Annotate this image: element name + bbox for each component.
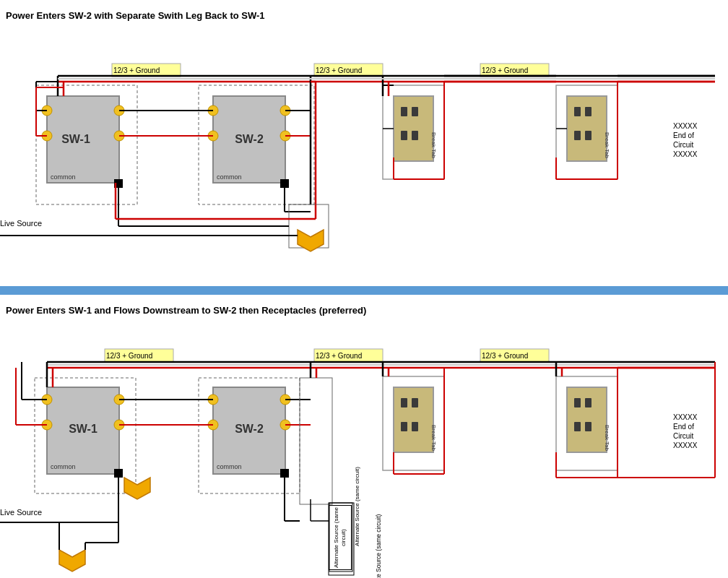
diagram-canvas-1: 12/3 + Ground 12/3 + Ground 12/3 + Groun… — [0, 24, 728, 280]
svg-rect-147 — [412, 398, 418, 407]
svg-text:Live Source: Live Source — [0, 508, 42, 517]
svg-rect-146 — [401, 398, 407, 407]
svg-rect-58 — [567, 96, 607, 161]
svg-text:common: common — [217, 463, 242, 470]
svg-text:12/3 + Ground: 12/3 + Ground — [482, 66, 528, 74]
svg-rect-54 — [401, 131, 407, 140]
svg-text:XXXXX: XXXXX — [673, 122, 698, 130]
section-divider — [0, 286, 728, 295]
svg-text:Break Tab: Break Tab — [430, 425, 437, 451]
svg-text:Circuit: Circuit — [673, 141, 694, 149]
svg-rect-55 — [412, 131, 418, 140]
svg-text:Alternate Source (same circuit: Alternate Source (same circuit) — [375, 514, 382, 578]
svg-text:Live Source: Live Source — [0, 219, 42, 228]
svg-text:Alternate Source (same circuit: Alternate Source (same circuit) — [354, 467, 360, 546]
svg-rect-152 — [567, 387, 607, 452]
svg-text:SW-2: SW-2 — [235, 423, 264, 435]
wiring-diagram-2: 12/3 + Ground 12/3 + Ground 12/3 + Groun… — [0, 319, 728, 578]
svg-text:Circuit: Circuit — [673, 432, 694, 440]
svg-text:End of: End of — [673, 131, 694, 139]
svg-rect-154 — [585, 398, 592, 407]
alt-source-label: Alternate Source (same circuit) — [333, 506, 348, 569]
svg-rect-60 — [585, 107, 592, 116]
svg-text:common: common — [51, 173, 76, 181]
svg-text:XXXXX: XXXXX — [673, 441, 698, 449]
svg-rect-61 — [574, 131, 581, 140]
svg-text:XXXXX: XXXXX — [673, 413, 698, 421]
svg-text:12/3 + Ground: 12/3 + Ground — [482, 352, 528, 360]
svg-rect-129 — [300, 378, 332, 504]
svg-rect-59 — [574, 107, 581, 116]
svg-text:End of: End of — [673, 423, 694, 431]
svg-text:SW-2: SW-2 — [235, 133, 264, 145]
svg-text:12/3 + Ground: 12/3 + Ground — [106, 352, 152, 360]
svg-text:12/3 + Ground: 12/3 + Ground — [316, 66, 362, 74]
diagram-canvas-2: 12/3 + Ground 12/3 + Ground 12/3 + Groun… — [0, 319, 728, 578]
svg-rect-148 — [401, 422, 407, 431]
svg-marker-135 — [124, 478, 150, 499]
svg-text:Break Tab: Break Tab — [604, 132, 610, 158]
section-2-title: Power Enters SW-1 and Flows Downstream t… — [0, 301, 728, 319]
svg-text:Break Tab: Break Tab — [604, 425, 610, 451]
svg-rect-155 — [574, 422, 581, 431]
svg-rect-145 — [394, 387, 433, 452]
svg-rect-53 — [412, 107, 418, 116]
svg-rect-51 — [394, 96, 433, 161]
svg-text:12/3 + Ground: 12/3 + Ground — [316, 352, 362, 360]
section-1-title: Power Enters SW-2 with Separate Swith Le… — [0, 6, 728, 24]
svg-rect-62 — [585, 131, 592, 140]
diagram-container: Power Enters SW-2 with Separate Swith Le… — [0, 0, 728, 578]
diagram-section-1: Power Enters SW-2 with Separate Swith Le… — [0, 0, 728, 286]
svg-text:12/3 + Ground: 12/3 + Ground — [113, 66, 160, 74]
svg-text:common: common — [51, 463, 76, 470]
wiring-diagram-1: 12/3 + Ground 12/3 + Ground 12/3 + Groun… — [0, 24, 728, 280]
svg-text:Break Tab: Break Tab — [430, 132, 437, 158]
svg-rect-156 — [585, 422, 592, 431]
svg-text:SW-1: SW-1 — [69, 423, 98, 435]
svg-text:SW-1: SW-1 — [61, 133, 90, 145]
svg-text:common: common — [217, 173, 242, 181]
svg-rect-153 — [574, 398, 581, 407]
diagram-section-2: Power Enters SW-1 and Flows Downstream t… — [0, 295, 728, 578]
svg-rect-52 — [401, 107, 407, 116]
svg-rect-149 — [412, 422, 418, 431]
svg-text:XXXXX: XXXXX — [673, 150, 698, 158]
svg-marker-136 — [59, 550, 85, 571]
